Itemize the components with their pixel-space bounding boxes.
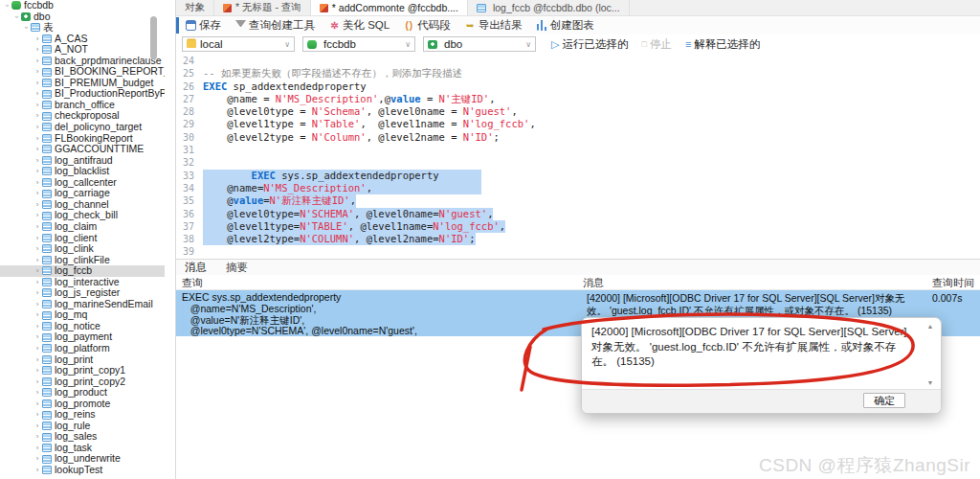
expander-collapsed-icon[interactable]: › — [33, 55, 42, 66]
expander-collapsed-icon[interactable]: › — [33, 453, 42, 465]
tree-item-log_claim[interactable]: ›log_claim — [0, 221, 165, 233]
expander-collapsed-icon[interactable]: › — [33, 331, 42, 343]
expander-collapsed-icon[interactable]: › — [33, 276, 42, 287]
expander-collapsed-icon[interactable]: › — [33, 77, 42, 88]
code-button[interactable]: ()代码段 — [404, 18, 451, 33]
expander-collapsed-icon[interactable]: › — [33, 464, 42, 475]
expander-collapsed-icon[interactable]: › — [33, 376, 42, 387]
explain-selected-button[interactable]: ≡ 解释已选择的 — [685, 37, 760, 52]
expander-collapsed-icon[interactable]: › — [33, 320, 42, 331]
expander-collapsed-icon[interactable]: › — [33, 220, 42, 232]
table-icon — [42, 411, 52, 420]
expander-collapsed-icon[interactable]: › — [33, 144, 42, 155]
editor-line-24: 24 — [176, 55, 980, 67]
tab-2[interactable]: * addCommonte @fccbdb.... — [311, 0, 468, 15]
database-select[interactable]: fccbdb ∨ — [302, 36, 415, 52]
tree-item-del_policyno_target[interactable]: ›del_policyno_target — [0, 122, 165, 133]
tree-item-log_print_copy1[interactable]: ›log_print_copy1 — [0, 365, 165, 376]
tree-item-schema[interactable]: ›dbo — [0, 11, 165, 23]
error-dialog-footer: 确定 — [582, 389, 941, 413]
stop-label: 停止 — [650, 37, 672, 52]
expander-collapsed-icon[interactable]: › — [33, 166, 42, 177]
tree-item-tables-folder[interactable]: ›表 — [0, 22, 165, 34]
expander-collapsed-icon[interactable]: › — [33, 88, 42, 100]
chart-button[interactable]: 创建图表 — [537, 18, 594, 33]
expander-collapsed-icon[interactable]: › — [33, 254, 42, 265]
column-header-message[interactable]: 消息 — [583, 276, 604, 290]
expander-collapsed-icon[interactable]: › — [33, 188, 42, 199]
expander-collapsed-icon[interactable]: › — [33, 387, 42, 399]
expander-collapsed-icon[interactable]: › — [33, 33, 42, 44]
expander-collapsed-icon[interactable]: › — [33, 265, 42, 277]
expander-collapsed-icon[interactable]: › — [33, 365, 42, 376]
expander-collapsed-icon[interactable]: › — [33, 99, 42, 110]
filter-button[interactable]: 查询创建工具 — [235, 18, 315, 33]
expander-collapsed-icon[interactable]: › — [33, 409, 42, 421]
expander-collapsed-icon[interactable]: › — [33, 354, 42, 365]
tree-item-log_product[interactable]: ›log_product — [0, 387, 165, 399]
sidebar-scrollbar[interactable] — [150, 16, 157, 59]
tab-3[interactable]: log_fccb @fccbdb.dbo (loc... — [468, 0, 630, 15]
table-icon — [42, 388, 52, 397]
sql-editor[interactable]: 2425-- 如果更新失败（即字段描述不存在），则添加字段描述26EXEC sp… — [176, 54, 980, 259]
tab-0[interactable]: 对象 — [176, 0, 214, 15]
expander-collapsed-icon[interactable]: › — [33, 309, 42, 321]
tree-item-lookupTest[interactable]: ›lookupTest — [0, 465, 165, 476]
expander-collapsed-icon[interactable]: › — [33, 398, 42, 409]
expander-collapsed-icon[interactable]: › — [33, 198, 42, 210]
export-button[interactable]: ➥导出结果 — [465, 18, 523, 33]
expander-collapsed-icon[interactable]: › — [33, 122, 42, 133]
tab-1[interactable]: * 无标题 - 查询 — [214, 0, 311, 15]
expander-collapsed-icon[interactable]: › — [33, 342, 42, 354]
save-button[interactable]: 保存 — [186, 18, 221, 33]
stop-button[interactable]: □ 停止 — [641, 37, 671, 52]
tree-item-log_clink[interactable]: ›log_clink — [0, 243, 165, 255]
expander-collapsed-icon[interactable]: › — [33, 132, 42, 144]
expander-collapsed-icon[interactable]: › — [33, 442, 42, 453]
table-icon — [42, 300, 52, 308]
expander-collapsed-icon[interactable]: › — [33, 232, 42, 243]
tree-item-A_NOT[interactable]: ›A_NOT — [0, 44, 165, 56]
expander-collapsed-icon[interactable]: › — [33, 110, 42, 122]
expander-collapsed-icon[interactable]: › — [33, 66, 42, 78]
expander-open-icon[interactable]: › — [11, 11, 22, 21]
editor-line-27: 27 @name = N'MS_Description',@value = N'… — [176, 93, 980, 105]
expander-collapsed-icon[interactable]: › — [33, 431, 42, 443]
code-text: EXEC sys.sp_addextendedproperty — [203, 170, 481, 182]
expander-collapsed-icon[interactable]: › — [33, 154, 42, 166]
tree-item-label: lookupTest — [55, 465, 102, 476]
expander-collapsed-icon[interactable]: › — [33, 243, 42, 255]
expander-collapsed-icon[interactable]: › — [33, 44, 42, 56]
ok-button[interactable]: 确定 — [863, 393, 905, 408]
expander-collapsed-icon[interactable]: › — [33, 287, 42, 299]
results-tab-消息[interactable]: 消息 — [185, 261, 207, 275]
expander-open-icon[interactable]: › — [1, 1, 12, 11]
column-header-time[interactable]: 查询时间 — [932, 276, 974, 290]
beautify-button[interactable]: ✲美化 SQL — [329, 18, 390, 33]
tree-item-database[interactable]: ›fccbdb — [0, 0, 165, 11]
tree-item-log_fccb[interactable]: ›log_fccb — [0, 265, 165, 277]
sql-icon — [223, 4, 232, 12]
database-tree[interactable]: ›fccbdb›dbo›表›A_CAS›A_NOT›back_prpdmarin… — [0, 0, 165, 479]
tree-item-log_platform[interactable]: ›log_platform — [0, 343, 165, 354]
expander-collapsed-icon[interactable]: › — [33, 420, 42, 431]
beautify-icon: ✲ — [329, 20, 340, 31]
connection-select[interactable]: local ∨ — [182, 36, 295, 52]
run-selected-button[interactable]: ▷ 运行已选择的 — [551, 37, 628, 52]
tree-item-GGACCOUNTTIME[interactable]: ›GGACCOUNTTIME — [0, 144, 165, 155]
dialog-scrollbar[interactable]: ▲ ▼ — [924, 323, 936, 386]
explain-label: 解释已选择的 — [694, 37, 760, 52]
explain-icon: ≡ — [685, 38, 691, 50]
expander-collapsed-icon[interactable]: › — [33, 210, 42, 221]
tree-item-label: log_blacklist — [55, 166, 109, 177]
code-text: @name=N'MS_Description', — [203, 182, 481, 194]
column-header-query[interactable]: 查询 — [182, 276, 203, 290]
editor-line-35: 35 @value=N'新注释主键ID', — [176, 194, 980, 207]
results-tab-摘要[interactable]: 摘要 — [226, 261, 248, 275]
expander-open-icon[interactable]: › — [20, 23, 32, 33]
scroll-down-icon[interactable]: ▼ — [927, 379, 934, 386]
expander-collapsed-icon[interactable]: › — [33, 298, 42, 309]
scroll-up-icon[interactable]: ▲ — [927, 323, 934, 330]
expander-collapsed-icon[interactable]: › — [33, 176, 42, 188]
schema-select[interactable]: dbo ∨ — [423, 36, 536, 52]
